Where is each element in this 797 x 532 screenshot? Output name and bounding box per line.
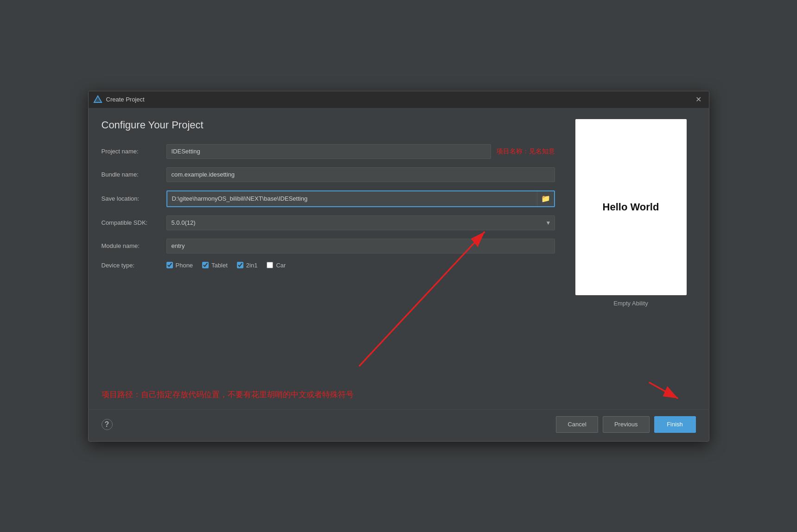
dialog-footer: ? Cancel Previous Finish [89, 409, 709, 441]
checkbox-car[interactable]: Car [267, 262, 286, 269]
bundle-name-label: Bundle name: [102, 171, 166, 178]
checkbox-tablet-label: Tablet [211, 262, 228, 269]
title-bar-left: Create Project [93, 95, 145, 104]
device-type-row: Device type: Phone Tablet 2in1 [102, 262, 555, 269]
compatible-sdk-label: Compatible SDK: [102, 219, 166, 226]
project-name-input[interactable] [166, 144, 491, 159]
checkbox-car-input[interactable] [267, 262, 273, 268]
compatible-sdk-select-wrap: 5.0.0(12) ▼ [166, 215, 555, 230]
create-project-dialog: Create Project ✕ Configure Your Project … [88, 91, 709, 442]
dialog-body: Configure Your Project Project name: 项目名… [89, 108, 709, 409]
help-button[interactable]: ? [102, 419, 113, 430]
device-type-label: Device type: [102, 262, 166, 269]
compatible-sdk-select[interactable]: 5.0.0(12) [166, 215, 555, 230]
right-panel: Hello World Empty Ability [566, 119, 696, 400]
checkbox-phone[interactable]: Phone [166, 262, 193, 269]
previous-button[interactable]: Previous [603, 416, 650, 433]
preview-hello-world: Hello World [603, 201, 659, 213]
save-location-input[interactable] [167, 191, 537, 206]
save-location-row: Save location: 📁 [102, 190, 555, 207]
checkbox-2in1-label: 2in1 [246, 262, 258, 269]
save-location-input-wrap: 📁 [166, 190, 555, 207]
dialog-title: Create Project [106, 96, 145, 103]
project-name-row: Project name: 项目名称：见名知意 [102, 144, 555, 159]
project-path-annotation: 项目路径：自己指定存放代码位置，不要有花里胡哨的中文或者特殊符号 [102, 389, 555, 400]
page-title: Configure Your Project [102, 119, 555, 131]
checkbox-2in1[interactable]: 2in1 [237, 262, 258, 269]
module-name-input[interactable] [166, 239, 555, 253]
checkbox-2in1-input[interactable] [237, 262, 243, 268]
module-name-label: Module name: [102, 242, 166, 249]
save-location-label: Save location: [102, 195, 166, 202]
device-checkboxes: Phone Tablet 2in1 Car [166, 262, 286, 269]
close-button[interactable]: ✕ [693, 95, 704, 104]
checkbox-phone-input[interactable] [166, 262, 173, 268]
left-panel: Configure Your Project Project name: 项目名… [102, 119, 555, 400]
compatible-sdk-row: Compatible SDK: 5.0.0(12) ▼ [102, 215, 555, 230]
preview-card: Hello World [575, 119, 687, 295]
template-label: Empty Ability [613, 300, 648, 307]
app-icon [93, 95, 102, 104]
checkbox-tablet-input[interactable] [202, 262, 209, 268]
bundle-name-input[interactable] [166, 167, 555, 182]
project-name-annotation: 项目名称：见名知意 [497, 147, 555, 156]
bundle-name-row: Bundle name: [102, 167, 555, 182]
project-name-label: Project name: [102, 148, 166, 155]
checkbox-car-label: Car [276, 262, 286, 269]
checkbox-tablet[interactable]: Tablet [202, 262, 228, 269]
finish-button[interactable]: Finish [654, 416, 696, 433]
browse-folder-button[interactable]: 📁 [537, 191, 554, 206]
checkbox-phone-label: Phone [176, 262, 193, 269]
module-name-row: Module name: [102, 239, 555, 253]
cancel-button[interactable]: Cancel [556, 416, 598, 433]
title-bar: Create Project ✕ [89, 91, 709, 108]
